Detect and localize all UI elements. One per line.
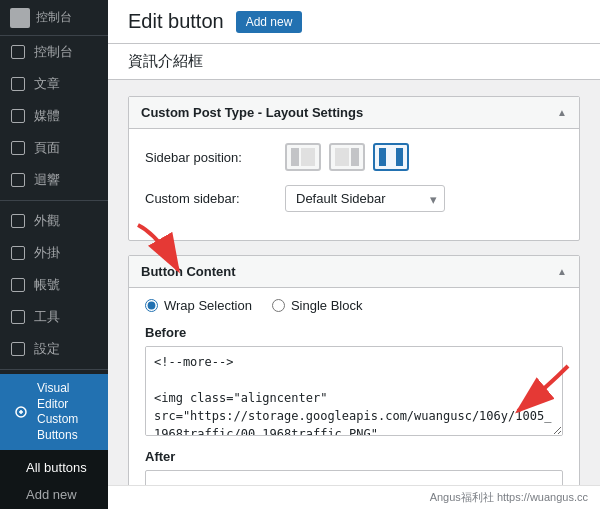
page-header: Edit button Add new [108, 0, 600, 44]
pos-split-option[interactable] [373, 143, 409, 171]
dashboard-icon [10, 44, 26, 60]
layout-settings-panel: Custom Post Type - Layout Settings ▲ Sid… [128, 96, 580, 241]
posts-icon [10, 76, 26, 92]
sidebar-item-label: 控制台 [34, 43, 73, 61]
sidebar-item-label: 文章 [34, 75, 60, 93]
before-textarea-container: <!--more--> <img class="aligncenter" src… [145, 346, 563, 439]
sidebar-item-dashboard[interactable]: 控制台 [0, 36, 108, 68]
pos-split-icon [379, 148, 403, 166]
footer-watermark: Angus福利社 https://wuangus.cc [108, 485, 600, 509]
content-panel-title: Button Content [141, 264, 236, 279]
block-type-radio-group: Wrap Selection Single Block [145, 298, 563, 313]
layout-panel-toggle-icon: ▲ [557, 107, 567, 118]
sidebar-divider-2 [0, 369, 108, 370]
layout-panel-title: Custom Post Type - Layout Settings [141, 105, 363, 120]
single-block-radio[interactable] [272, 299, 285, 312]
visual-editor-label: Visual Editor Custom Buttons [37, 381, 98, 443]
button-content-panel: Button Content ▲ Wrap Selection Single B… [128, 255, 580, 485]
visual-editor-icon [13, 404, 29, 420]
sidebar-item-visual-editor[interactable]: Visual Editor Custom Buttons [0, 374, 108, 450]
pos-left-icon [291, 148, 315, 166]
content-panel-header[interactable]: Button Content ▲ [129, 256, 579, 288]
layout-panel-body: Sidebar position: Custom si [129, 129, 579, 240]
after-textarea[interactable] [145, 470, 563, 485]
main-content-area: Edit button Add new 資訊介紹框 Custom Post Ty… [108, 0, 600, 509]
subtitle-bar: 資訊介紹框 [108, 44, 600, 80]
submenu-all-buttons[interactable]: All buttons [0, 454, 108, 481]
sidebar-item-label: 工具 [34, 308, 60, 326]
appearance-icon [10, 213, 26, 229]
sidebar-item-label: 外掛 [34, 244, 60, 262]
sidebar-item-label: 媒體 [34, 107, 60, 125]
custom-sidebar-select[interactable]: Default SidebarPrimary SidebarFooter Sid… [285, 185, 445, 212]
page-title: Edit button [128, 10, 224, 33]
media-icon [10, 108, 26, 124]
sidebar-item-label: 帳號 [34, 276, 60, 294]
sidebar-item-comments[interactable]: 迴響 [0, 164, 108, 196]
sidebar-item-label: 迴響 [34, 171, 60, 189]
sidebar-item-appearance[interactable]: 外觀 [0, 205, 108, 237]
users-icon [10, 277, 26, 293]
sidebar: 控制台 控制台 文章 媒體 頁面 迴響 外觀 外掛 [0, 0, 108, 509]
sidebar-menu: 控制台 文章 媒體 頁面 迴響 外觀 外掛 帳號 [0, 36, 108, 509]
pos-left-option[interactable] [285, 143, 321, 171]
after-label: After [145, 449, 563, 464]
sidebar-item-label: 設定 [34, 340, 60, 358]
sidebar-item-pages[interactable]: 頁面 [0, 132, 108, 164]
tools-icon [10, 309, 26, 325]
sidebar-item-label: 外觀 [34, 212, 60, 230]
submenu-add-new[interactable]: Add new [0, 481, 108, 508]
plugins-icon [10, 245, 26, 261]
sidebar-item-tools[interactable]: 工具 [0, 301, 108, 333]
add-new-button[interactable]: Add new [236, 11, 303, 33]
custom-sidebar-select-wrapper: Default SidebarPrimary SidebarFooter Sid… [285, 185, 445, 212]
single-block-label[interactable]: Single Block [272, 298, 363, 313]
sidebar-position-row: Sidebar position: [145, 143, 563, 171]
sidebar-position-options [285, 143, 409, 171]
sidebar-item-users[interactable]: 帳號 [0, 269, 108, 301]
plugin-submenu: All buttons Add new Settings [0, 450, 108, 509]
pos-right-option[interactable] [329, 143, 365, 171]
custom-sidebar-label: Custom sidebar: [145, 191, 285, 206]
before-label: Before [145, 325, 563, 340]
sidebar-position-label: Sidebar position: [145, 150, 285, 165]
scrollable-content: Custom Post Type - Layout Settings ▲ Sid… [108, 80, 600, 485]
subtitle-text: 資訊介紹框 [128, 52, 203, 69]
before-textarea[interactable]: <!--more--> <img class="aligncenter" src… [145, 346, 563, 436]
content-panel-body: Wrap Selection Single Block Before <!--m… [129, 288, 579, 485]
wp-logo-icon [10, 8, 30, 28]
sidebar-item-plugins[interactable]: 外掛 [0, 237, 108, 269]
wrap-selection-radio[interactable] [145, 299, 158, 312]
layout-panel-header[interactable]: Custom Post Type - Layout Settings ▲ [129, 97, 579, 129]
content-panel-toggle-icon: ▲ [557, 266, 567, 277]
settings-icon [10, 341, 26, 357]
sidebar-item-posts[interactable]: 文章 [0, 68, 108, 100]
sidebar-divider [0, 200, 108, 201]
comments-icon [10, 172, 26, 188]
sidebar-header[interactable]: 控制台 [0, 0, 108, 36]
custom-sidebar-row: Custom sidebar: Default SidebarPrimary S… [145, 185, 563, 212]
pos-right-icon [335, 148, 359, 166]
sidebar-header-label: 控制台 [36, 9, 72, 26]
button-content-container: Button Content ▲ Wrap Selection Single B… [128, 255, 580, 485]
wrap-selection-label[interactable]: Wrap Selection [145, 298, 252, 313]
pages-icon [10, 140, 26, 156]
sidebar-item-label: 頁面 [34, 139, 60, 157]
sidebar-item-settings[interactable]: 設定 [0, 333, 108, 365]
sidebar-item-media[interactable]: 媒體 [0, 100, 108, 132]
